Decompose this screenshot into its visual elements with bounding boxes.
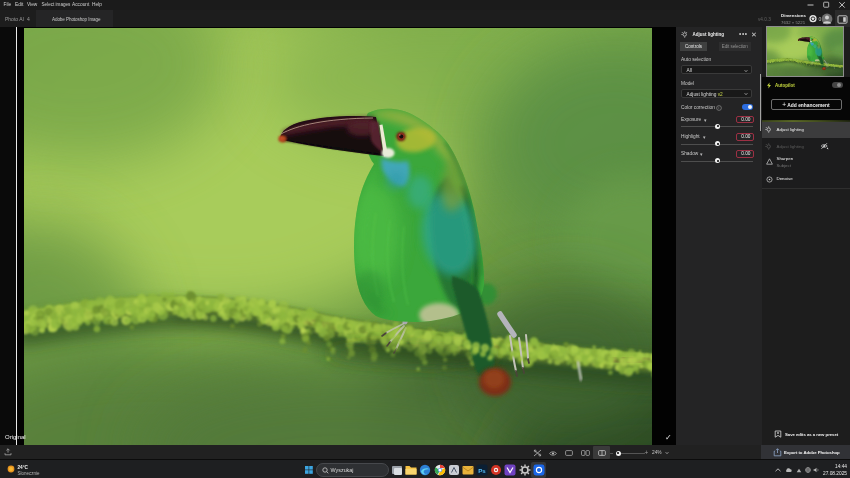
svg-text:i: i [718,106,719,110]
svg-text:Ps: Ps [478,467,486,474]
